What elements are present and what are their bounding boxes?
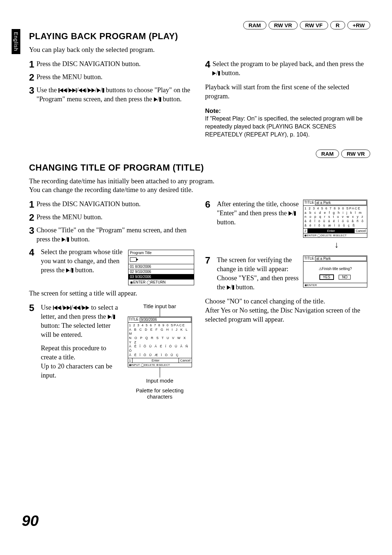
title-field: at a Park [315, 200, 367, 205]
step-number: 1 [29, 60, 34, 69]
play-pause-icon: / [289, 209, 296, 217]
s2-step4-after: The screen for setting a title will appe… [29, 289, 194, 298]
play-pause-icon: / [62, 236, 69, 243]
s2-step7-after1: Choose "NO" to cancel changing of the ti… [205, 297, 370, 306]
step3-text: Use the ///// buttons to choose "Play" o… [36, 86, 194, 104]
note-heading: Note: [205, 107, 370, 115]
step4-text: Select the program to be played back, an… [212, 60, 370, 78]
section1-heading: PLAYING BACK PROGRAM (PLAY) [29, 31, 370, 41]
title-edit-footer: ◉INPUT ◯DELETE ⊕SELECT [128, 363, 192, 367]
title-field: at a Park [315, 256, 367, 261]
step-number: 4 [205, 60, 210, 69]
callout-line [160, 367, 160, 378]
step-number: 2 [29, 73, 34, 82]
program-row: 02 9/10/2006 [128, 269, 194, 274]
confirm-footer: ◉ENTER [303, 283, 367, 287]
title-edit-footer: ◉ENTER ◯DELETE ⊕SELECT [303, 233, 367, 237]
badge-rwvr: RW VR [341, 150, 370, 158]
s2-step2-text: Press the MENU button. [36, 213, 102, 222]
step-number: 6 [205, 200, 210, 209]
program-row-selected: 03 9/30/2006 [128, 274, 194, 279]
prev-next-rewind-forward-play-pause-icons: ///// [58, 86, 104, 94]
play-pause-icon: / [227, 283, 234, 291]
badge-r: R [330, 21, 345, 29]
disc-badges-mid: RAM RW VR [316, 150, 370, 158]
step2-text: Press the MENU button. [36, 73, 102, 82]
cancel-btn: Cancel [179, 358, 191, 363]
program-row: 01 8/30/2006 [128, 264, 194, 269]
step-number: 1 [29, 200, 34, 209]
play-pause-icon: / [212, 69, 220, 77]
step-number: 2 [29, 213, 34, 222]
title-label: TITLE [128, 317, 139, 322]
callout-title-input-bar: Title input bar [125, 303, 194, 309]
input-mode-btn: 2 [303, 229, 308, 233]
disc-badges-top: RAM RW VR RW VF R +RW [243, 21, 370, 29]
step-number: 4 [29, 248, 34, 257]
play-pause-icon: / [154, 95, 161, 103]
title-label: TITLE [303, 200, 315, 205]
title-edit-screenshot: TITLE 9/30/2006 1 2 3 4 5 6 7 8 9 0 SPAC… [128, 317, 192, 368]
page-number: 90 [22, 512, 39, 530]
play-pause-icon: / [108, 313, 115, 320]
section2-intro2: You can change the recording date/time t… [29, 186, 370, 194]
callout-input-mode: Input mode [125, 378, 194, 384]
s2-step7-text: The screen for verifying the change in t… [217, 256, 299, 292]
language-tab: English [12, 29, 20, 54]
title-label: TITLE [303, 256, 315, 261]
step-number: 5 [29, 303, 34, 313]
badge-ram: RAM [316, 150, 339, 158]
s2-step3-text: Choose "Title" on the "Program" menu scr… [36, 226, 194, 244]
s2-step4-text: Select the program whose title you want … [41, 248, 124, 275]
s2-step6-text: After entering the title, choose "Enter"… [217, 200, 299, 227]
play-pause-icon: / [66, 266, 73, 274]
title-edit-screenshot-2: TITLE at a Park 1 2 3 4 5 6 7 8 9 0 SPAC… [303, 200, 367, 238]
confirm-screenshot: TITLE at a Park ⚠Finish title setting? Y… [303, 256, 367, 287]
camera-icon [128, 256, 194, 264]
callout-palette: Palette for selecting characters [125, 387, 194, 400]
input-mode-btn: 1 [128, 358, 132, 363]
badge-plusrw: +RW [347, 21, 370, 29]
s2-step5-text: Use /// to select a letter, and then pre… [41, 303, 121, 380]
character-palette: 1 2 3 4 5 6 7 8 9 0 SPACE A B C D E F G … [128, 323, 192, 359]
s2-step1-text: Press the DISC NAVIGATION button. [36, 200, 140, 209]
step4-after: Playback will start from the first scene… [205, 83, 370, 101]
section2-heading: CHANGING TITLE OF PROGRAM (TITLE) [29, 163, 370, 173]
cancel-btn: Cancel [355, 229, 367, 233]
character-palette: 1 2 3 4 5 6 7 8 9 0 SPACE a b c d e f g … [303, 206, 367, 229]
down-arrow-icon: ↓ [303, 240, 370, 250]
step-number: 3 [29, 86, 34, 95]
confirm-question: ⚠Finish title setting? [303, 262, 367, 274]
enter-btn: Enter [132, 358, 179, 363]
program-title-header: Program Title [128, 250, 194, 256]
badge-rwvr: RW VR [269, 21, 298, 29]
badge-ram: RAM [243, 21, 266, 29]
enter-btn-selected: Enter [308, 229, 355, 233]
section1-intro: You can play back only the selected prog… [29, 46, 370, 54]
program-title-screenshot: Program Title 01 8/30/2006 02 9/10/2006 … [128, 250, 194, 285]
step-number: 3 [29, 226, 34, 235]
callout-line [160, 309, 160, 317]
badge-rwvf: RW VF [300, 21, 328, 29]
note-body: If "Repeat Play: On" is specified, the s… [205, 115, 370, 138]
prev-next-rewind-forward-icons: /// [53, 304, 89, 311]
yes-btn: YES [320, 275, 334, 279]
title-field: 9/30/2006 [140, 317, 191, 322]
no-btn: NO [339, 275, 351, 279]
program-footer: ◉ENTER ◯RETURN [128, 279, 194, 285]
step1-text: Press the DISC NAVIGATION button. [36, 60, 140, 69]
section2-intro1: The recording date/time has initially be… [29, 177, 370, 185]
step-number: 7 [205, 256, 210, 265]
s2-step7-after2: After Yes or No setting, the Disc Naviga… [205, 306, 370, 324]
